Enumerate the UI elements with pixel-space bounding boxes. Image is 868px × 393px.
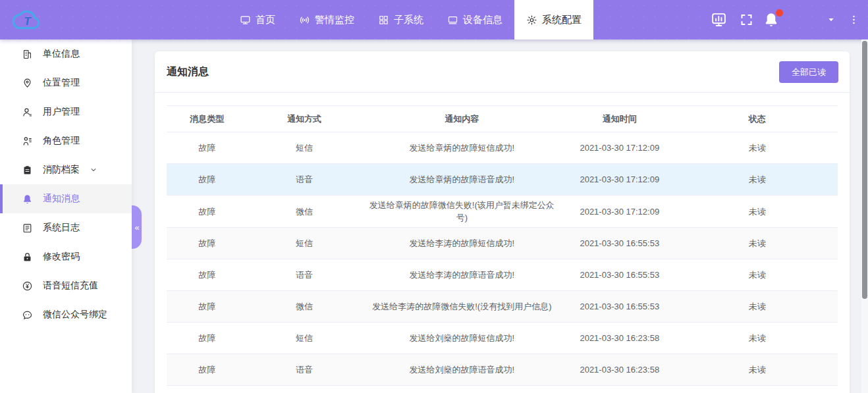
top-navbar: 首页 警情监控 子系统 设备信息 系统配置	[0, 0, 868, 39]
table-row[interactable]: 故障 微信 发送给李涛的故障微信失败!(没有找到用户信息) 2021-03-30…	[167, 291, 838, 323]
caret-down-icon	[826, 14, 836, 25]
cell-notify-time: 2021-03-30 17:12:09	[562, 132, 676, 163]
cell-message-type: 故障	[167, 132, 247, 163]
sidebar-collapse-handle[interactable]: «	[132, 205, 142, 249]
sidebar-item-3[interactable]: 角色管理	[0, 126, 132, 155]
cell-message-type: 故障	[167, 291, 247, 322]
cell-notify-content: 发送给刘燊的故障语音成功!	[361, 354, 562, 385]
app-logo[interactable]	[12, 5, 43, 33]
table-row[interactable]: 故障 短信 发送给章炳的故障短信成功! 2021-03-30 17:12:09 …	[167, 132, 838, 164]
cell-notify-time: 2021-03-30 17:12:09	[562, 196, 676, 227]
dashboard-chart-icon	[711, 12, 727, 28]
cell-notify-time: 2021-03-30 16:55:53	[562, 291, 676, 322]
cell-notify-content: 发送给章炳的故障短信成功!	[361, 132, 562, 163]
sidebar-item-7[interactable]: 修改密码	[0, 242, 132, 271]
fullscreen-button[interactable]	[740, 13, 753, 27]
page-title: 通知消息	[167, 65, 209, 79]
table-row[interactable]: 故障 短信 发送给刘燊的故障短信成功! 2021-03-30 16:23:58 …	[167, 323, 838, 354]
cell-notify-method: 短信	[247, 323, 361, 354]
archive-icon	[22, 165, 33, 176]
table-row[interactable]: 故障 语音 发送给章炳的故障语音成功! 2021-03-30 17:12:09 …	[167, 164, 838, 196]
column-header-notify-time: 通知时间	[562, 106, 676, 132]
fullscreen-icon	[740, 13, 753, 27]
sidebar-item-2[interactable]: 用户管理	[0, 97, 132, 126]
log-icon	[22, 223, 33, 234]
cell-notify-time: 2021-03-30 16:55:53	[562, 259, 676, 290]
sidebar-item-0[interactable]: 单位信息	[0, 39, 132, 68]
cell-status: 未读	[676, 228, 838, 259]
table-header-row: 消息类型 通知方式 通知内容 通知时间 状态	[167, 106, 838, 132]
notification-badge	[776, 9, 783, 16]
table-row[interactable]: 故障 短信 发送给李涛的故障短信成功! 2021-03-30 16:55:53 …	[167, 228, 838, 259]
cell-notify-method: 语音	[247, 354, 361, 385]
dashboard-chart-button[interactable]	[711, 12, 727, 28]
cell-notify-time: 2021-03-30 16:23:58	[562, 354, 676, 385]
cell-notify-content: 发送给李涛的故障微信失败!(没有找到用户信息)	[361, 291, 562, 322]
sidebar-item-6[interactable]: 系统日志	[0, 213, 132, 242]
column-header-notify-method: 通知方式	[247, 106, 361, 132]
table-row[interactable]: 故障 语音 发送给刘燊的故障语音成功! 2021-03-30 16:23:58 …	[167, 354, 838, 386]
bell-icon	[22, 194, 33, 205]
nav-item-label: 警情监控	[315, 14, 354, 26]
home-monitor-icon	[240, 14, 251, 26]
more-options-button[interactable]	[848, 14, 859, 26]
building-icon	[22, 49, 33, 60]
cell-message-type: 故障	[167, 196, 247, 227]
cell-notify-method: 微信	[247, 291, 361, 322]
cloud-logo-icon	[12, 5, 43, 33]
card-header: 通知消息 全部已读	[155, 51, 850, 93]
notifications-table: 消息类型 通知方式 通知内容 通知时间 状态 故障 短信 发送给章炳的故障短信成…	[167, 105, 838, 393]
notifications-button[interactable]	[763, 11, 780, 28]
cell-notify-time: 2021-03-30 16:23:58	[562, 323, 676, 354]
sidebar-item-label: 系统日志	[43, 222, 80, 234]
table-row[interactable]: 故障 微信 发送给章炳的故障微信失败!(该用户暂未绑定公众号) 2021-03-…	[167, 196, 838, 228]
sidebar-item-8[interactable]: 语音短信充值	[0, 271, 132, 300]
cell-notify-content: 发送给刘燊的故障短信成功!	[361, 323, 562, 354]
nav-menu: 首页 警情监控 子系统 设备信息 系统配置	[228, 0, 593, 39]
table-row[interactable]: 故障 语音 发送给李涛的故障语音成功! 2021-03-30 16:55:53 …	[167, 259, 838, 291]
device-info-icon	[447, 14, 458, 26]
cell-status: 未读	[676, 259, 838, 290]
nav-item-label: 系统配置	[542, 14, 582, 26]
sidebar-item-label: 用户管理	[43, 106, 80, 118]
sidebar-item-5[interactable]: 通知消息	[0, 184, 132, 213]
role-icon	[22, 136, 33, 147]
gear-icon	[526, 14, 537, 26]
sidebar-item-4[interactable]: 消防档案	[0, 155, 132, 184]
column-header-message-type: 消息类型	[167, 106, 247, 132]
table-body: 故障 短信 发送给章炳的故障短信成功! 2021-03-30 17:12:09 …	[167, 132, 838, 386]
scrollbar-thumb[interactable]	[862, 41, 867, 299]
mark-all-read-button[interactable]: 全部已读	[779, 61, 838, 83]
main-content: 通知消息 全部已读 消息类型 通知方式 通知内容 通知时间 状态 故障 短信 发…	[132, 39, 861, 393]
more-vertical-icon	[848, 14, 859, 26]
vertical-scrollbar[interactable]	[861, 39, 868, 393]
nav-item-4[interactable]: 系统配置	[514, 0, 593, 39]
nav-item-label: 子系统	[394, 14, 423, 26]
nav-item-1[interactable]: 警情监控	[287, 0, 366, 39]
nav-item-0[interactable]: 首页	[228, 0, 287, 39]
column-header-notify-content: 通知内容	[361, 106, 562, 132]
cell-message-type: 故障	[167, 259, 247, 290]
column-header-status: 状态	[676, 106, 838, 132]
nav-item-2[interactable]: 子系统	[366, 0, 435, 39]
sidebar-item-label: 修改密码	[43, 251, 80, 263]
chevron-down-icon	[89, 165, 98, 174]
cell-notify-method: 微信	[247, 196, 361, 227]
cell-notify-content: 发送给章炳的故障微信失败!(该用户暂未绑定公众号)	[361, 196, 562, 227]
sidebar-item-label: 消防档案	[43, 164, 80, 176]
cell-notify-content: 发送给李涛的故障短信成功!	[361, 228, 562, 259]
cell-notify-time: 2021-03-30 16:55:53	[562, 228, 676, 259]
nav-item-3[interactable]: 设备信息	[435, 0, 514, 39]
cell-status: 未读	[676, 132, 838, 163]
collapse-chevrons-icon: «	[134, 223, 138, 232]
cell-notify-method: 语音	[247, 259, 361, 290]
cell-message-type: 故障	[167, 354, 247, 385]
sidebar-item-9[interactable]: 微信公众号绑定	[0, 300, 132, 329]
user-menu-caret[interactable]	[826, 14, 836, 25]
sidebar-item-label: 语音短信充值	[43, 280, 98, 292]
sidebar-item-1[interactable]: 位置管理	[0, 68, 132, 97]
cell-notify-method: 短信	[247, 132, 361, 163]
cell-message-type: 故障	[167, 228, 247, 259]
subsystem-icon	[378, 14, 389, 26]
cell-notify-content: 发送给章炳的故障语音成功!	[361, 164, 562, 195]
